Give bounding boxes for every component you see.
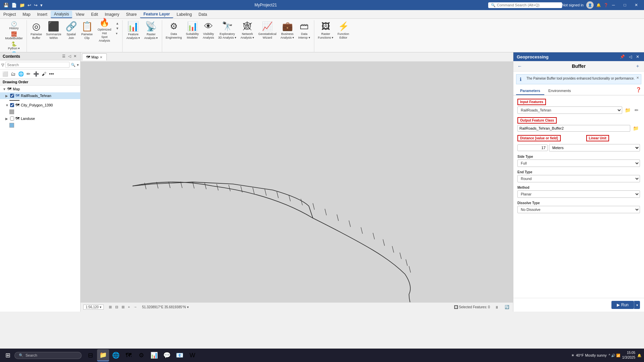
menu-map[interactable]: Map — [19, 11, 34, 18]
railroads-checkbox[interactable] — [10, 94, 14, 98]
menu-labeling[interactable]: Labeling — [173, 11, 195, 18]
minimize-button[interactable]: ─ — [608, 2, 618, 8]
scroll-up-arrow[interactable]: ▲ — [115, 21, 120, 26]
taskbar-settings[interactable]: ⚙ — [135, 349, 147, 361]
input-features-select[interactable]: RailRoads_Tehran — [517, 106, 622, 114]
input-features-folder-btn[interactable]: 📁 — [624, 107, 632, 114]
scroll-expand-arrow[interactable]: ▾ — [115, 31, 120, 36]
output-feature-class-input[interactable]: RailRoads_Tehran_Buffer2 — [517, 125, 630, 132]
menu-share[interactable]: Share — [123, 11, 140, 18]
undo-icon[interactable]: ↩ — [27, 2, 32, 8]
maximize-button[interactable]: □ — [620, 2, 630, 8]
landuse-checkbox[interactable] — [10, 117, 14, 121]
ribbon-btn-raster-analysis[interactable]: 📡 RasterAnalysis ▾ — [142, 20, 159, 40]
layer-item-landuse[interactable]: ▶ 🗺 Landuse — [0, 115, 80, 122]
map-tab-main[interactable]: 🗺 Map ✕ — [82, 53, 107, 60]
buffer-back-button[interactable]: ← — [517, 63, 522, 69]
ribbon-btn-modelbuilder[interactable]: 🧱 ModelBuilder — [3, 30, 25, 40]
ribbon-btn-function-editor[interactable]: ⚡ FunctionEditor — [336, 20, 351, 40]
layer-item-map[interactable]: ▼ 🗺 Map — [0, 86, 80, 92]
toolbar-group-layer[interactable]: 🗂 — [10, 71, 16, 77]
taskbar-word[interactable]: W — [186, 349, 198, 361]
taskbar-maps[interactable]: 🗺 — [123, 349, 135, 361]
taskbar-search-bar[interactable]: 🔍 Search — [14, 352, 82, 359]
city-checkbox[interactable] — [10, 103, 14, 107]
ribbon-btn-pairwise-buffer[interactable]: ◎ PairwiseBuffer — [29, 20, 44, 40]
ribbon-btn-feature-analysis[interactable]: 📊 FeatureAnalysis ▾ — [125, 20, 142, 40]
notification-icon[interactable]: 🔔 — [596, 3, 601, 7]
arrow-icon[interactable]: → — [132, 305, 138, 310]
contents-dropdown-button[interactable]: ▾ — [77, 63, 79, 67]
taskbar-task-view[interactable]: ⊟ — [84, 349, 96, 361]
table-icon[interactable]: ⊟ — [114, 305, 119, 310]
ribbon-btn-hot-spot[interactable]: 🔥 Optimized HotSpot Analysis — [95, 20, 114, 40]
toolbar-more[interactable]: ••• — [48, 71, 55, 77]
command-search[interactable]: 🔍 — [488, 2, 562, 8]
map-scale-selector[interactable]: 1:56,120 ▾ — [83, 305, 104, 310]
contents-dock-left[interactable]: ◁ — [67, 54, 72, 59]
command-search-input[interactable] — [497, 3, 557, 7]
info-close-button[interactable]: ✕ — [636, 76, 639, 80]
city-expand-icon[interactable]: ▼ — [5, 103, 9, 107]
close-button[interactable]: ✕ — [631, 2, 641, 8]
start-button[interactable]: ⊞ — [3, 350, 13, 360]
notification-center-icon[interactable]: 🔔 — [637, 354, 641, 357]
zoom-in-icon[interactable]: + — [127, 305, 131, 310]
ribbon-btn-pairwise-clip[interactable]: 📋 PairwiseClip — [80, 20, 95, 40]
menu-insert[interactable]: Insert — [34, 11, 51, 18]
contents-list-view[interactable]: ☰ — [61, 54, 66, 59]
contents-close[interactable]: ✕ — [73, 54, 78, 59]
coordinates-dropdown[interactable]: ▾ — [187, 305, 189, 309]
contents-search-button[interactable]: 🔍 — [71, 63, 76, 67]
menu-imagery[interactable]: Imagery — [101, 11, 123, 18]
map-tab-close[interactable]: ✕ — [100, 55, 102, 59]
menu-data[interactable]: Data — [195, 11, 210, 18]
geo-pin-button[interactable]: 📌 — [618, 54, 626, 59]
taskbar-edge[interactable]: 🌐 — [110, 349, 122, 361]
tab-parameters[interactable]: Parameters — [516, 87, 544, 95]
ribbon-btn-suitability[interactable]: 📊 SuitabilityModeler — [184, 20, 201, 40]
landuse-expand-icon[interactable]: ▶ — [5, 117, 9, 121]
ribbon-btn-summarize-within[interactable]: ⬛ SummarizeWithin — [44, 20, 63, 40]
menu-view[interactable]: View — [72, 11, 88, 18]
buffer-add-button[interactable]: ＋ — [635, 63, 640, 69]
clock[interactable]: 15:05 1/3/2025 — [622, 351, 635, 360]
menu-edit[interactable]: Edit — [88, 11, 101, 18]
ribbon-btn-geostatistical[interactable]: 📈 GeostatisticalWizard — [257, 20, 278, 40]
ribbon-btn-data-interop[interactable]: 🗃 DataInterop ▾ — [296, 20, 312, 40]
scroll-down-arrow[interactable]: ▼ — [115, 26, 120, 31]
save-icon[interactable]: 💾 — [3, 2, 9, 8]
user-avatar[interactable]: 👤 — [586, 1, 594, 9]
menu-analysis[interactable]: Analysis — [51, 11, 73, 18]
linear-unit-select[interactable]: Meters Feet Kilometers Miles — [549, 144, 640, 151]
map-expand-icon[interactable]: ▼ — [3, 87, 6, 91]
output-feature-class-folder-btn[interactable]: 📁 — [632, 125, 640, 132]
railroads-expand-icon[interactable]: ▶ — [5, 94, 9, 98]
layer-item-city[interactable]: ▼ 🗺 City_Polygon_1390 — [0, 102, 80, 108]
ribbon-btn-network[interactable]: 🕸 NetworkAnalysis ▾ — [239, 20, 256, 40]
taskbar-app3[interactable]: 📧 — [174, 349, 186, 361]
ribbon-btn-business[interactable]: 💼 BusinessAnalysis ▾ — [279, 20, 296, 40]
dissolve-type-select[interactable]: No Dissolve Dissolve All Output Features… — [517, 206, 640, 213]
help-icon[interactable]: ❓ — [604, 3, 608, 7]
side-type-select[interactable]: Full Left Right Outside Only — [517, 160, 640, 167]
ribbon-scroll-tools[interactable]: ▲ ▼ ▾ — [114, 20, 121, 37]
redo-icon[interactable]: ↪ — [33, 2, 38, 8]
toolbar-symbol-layer[interactable]: ⬜ — [1, 71, 9, 77]
ribbon-btn-visibility[interactable]: 👁 VisibilityAnalysis — [201, 20, 216, 40]
map-scale-dropdown[interactable]: ▾ — [100, 305, 101, 309]
menu-project[interactable]: Project — [0, 11, 19, 18]
select-icon[interactable]: ⊞ — [121, 305, 126, 310]
pause-icon[interactable]: ⏸ — [494, 305, 500, 310]
grid-icon[interactable]: ⊞ — [108, 305, 113, 310]
not-signed-in-label[interactable]: Not signed in — [562, 3, 584, 7]
new-icon[interactable]: 📄 — [11, 2, 17, 8]
geo-close-button[interactable]: ✕ — [635, 54, 641, 59]
ribbon-btn-exploratory[interactable]: 🔭 Exploratory3D Analysis ▾ — [217, 20, 238, 40]
menu-feature-layer[interactable]: Feature Layer — [140, 11, 173, 18]
toolbar-add[interactable]: ➕ — [32, 71, 40, 77]
geo-dock-button[interactable]: ◁ — [628, 54, 633, 59]
ribbon-btn-python[interactable]: 🐍 Python ▾ — [3, 40, 25, 50]
map-canvas[interactable] — [81, 62, 513, 302]
taskbar-app2[interactable]: 💬 — [161, 349, 173, 361]
